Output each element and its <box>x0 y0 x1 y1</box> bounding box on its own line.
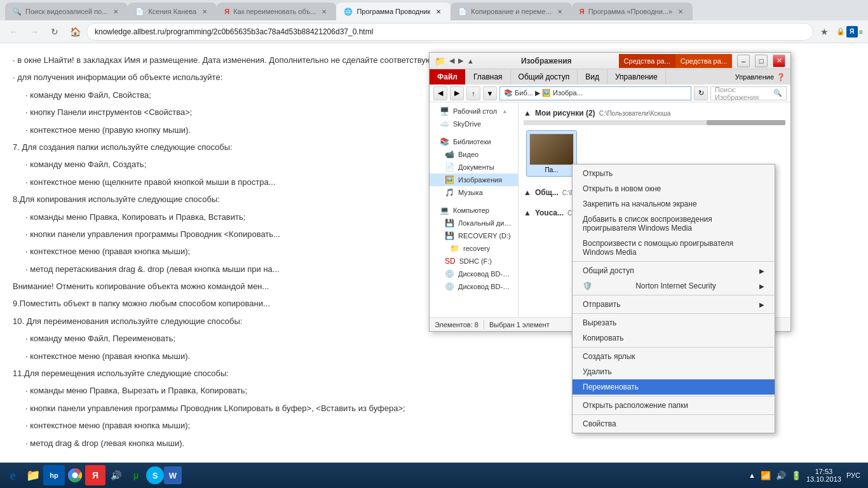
sidebar-item-video[interactable]: 📹 Видео <box>430 148 518 161</box>
ribbon-tab-manage[interactable]: Управление <box>607 69 666 85</box>
addr-up-btn[interactable]: ↑ <box>466 86 480 100</box>
ribbon-tab-home[interactable]: Главная <box>466 69 511 85</box>
browser-tab-4[interactable]: 🌐 Программа Проводник ✕ <box>336 3 451 20</box>
settings-btn[interactable]: ≡ <box>859 28 863 36</box>
bookmark-button[interactable]: ★ <box>816 23 834 41</box>
taskbar-word-icon[interactable]: W <box>164 466 182 484</box>
search-box[interactable]: Поиск: Изображения 🔍 <box>710 86 787 100</box>
search-icon: 🔍 <box>773 89 782 97</box>
ctx-delete[interactable]: Удалить <box>573 364 775 379</box>
forward-button[interactable]: → <box>25 23 43 41</box>
ribbon-tab-tools1[interactable]: Средства ра... <box>619 54 675 68</box>
ctx-open-folder-location[interactable]: Открыть расположение папки <box>573 398 775 413</box>
sidebar-item-computer[interactable]: 💻 Компьютер <box>430 204 518 217</box>
browser-tab-2[interactable]: 📄 Ксения Канева ✕ <box>128 3 217 20</box>
taskbar-explorer-icon[interactable]: 📁 <box>23 465 43 485</box>
ctx-share-arrow: ▶ <box>759 268 764 274</box>
ctx-open[interactable]: Открыть <box>573 166 775 181</box>
extension-btn1[interactable]: 🔒 <box>836 27 845 36</box>
addr-recent-btn[interactable]: ▼ <box>483 86 497 100</box>
ctx-copy[interactable]: Копировать <box>573 330 775 346</box>
sidebar-item-images[interactable]: 🖼️ Изображения <box>430 173 518 186</box>
sidebar-item-docs[interactable]: 📄 Документы <box>430 161 518 173</box>
ctx-open-new-window[interactable]: Открыть в новом окне <box>573 181 775 196</box>
ribbon-tab-share[interactable]: Общий доступ <box>511 69 578 85</box>
addr-path-text: 📚 Биб... ▶ 🖼️ Изобра... <box>504 89 583 97</box>
sidebar-item-local-disk[interactable]: 💾 Локальный дис... <box>430 217 518 229</box>
sidebar-item-recovery[interactable]: 💾 RECOVERY (D:) <box>430 229 518 242</box>
taskbar-hp-icon[interactable]: hp <box>43 465 65 485</box>
ctx-create-shortcut[interactable]: Создать ярлык <box>573 349 775 364</box>
taskbar-skype-icon[interactable]: S <box>146 466 164 484</box>
tab1-close[interactable]: ✕ <box>111 7 120 16</box>
volume-icon[interactable]: 🔊 <box>776 471 786 480</box>
explorer-sidebar: 🖥️ Рабочий стол ▲ ☁️ SkyDrive 📚 Библиоте… <box>430 102 519 317</box>
ctx-properties[interactable]: Свойства <box>573 416 775 431</box>
address-bar[interactable]: knowledge.allbest.ru/programming/2c0b656… <box>86 23 813 41</box>
tab5-close[interactable]: ✕ <box>555 7 564 16</box>
sidebar-item-recovery-folder[interactable]: 📁 recovery <box>430 242 518 255</box>
folder-item-pa[interactable]: Па... <box>526 130 577 177</box>
minimize-button[interactable]: – <box>737 55 750 67</box>
language-indicator[interactable]: РУС <box>846 471 860 479</box>
ctx-send-to[interactable]: Отправить ▶ <box>573 297 775 312</box>
reload-button[interactable]: ↻ <box>46 23 64 41</box>
ribbon-tab-view[interactable]: Вид <box>578 69 607 85</box>
sidebar-item-bdrom2[interactable]: 💿 Дисковод BD-RС <box>430 280 518 293</box>
taskbar-clock[interactable]: 17:53 13.10.2013 <box>806 468 841 483</box>
ctx-norton[interactable]: 🛡️ Norton Internet Security ▶ <box>573 278 775 294</box>
section-youca-expand-icon: ▲ <box>524 208 531 217</box>
refresh-button[interactable]: ↻ <box>694 86 708 100</box>
tab3-close[interactable]: ✕ <box>320 7 329 16</box>
tab6-close[interactable]: ✕ <box>676 7 685 16</box>
section-expand-icon: ▲ <box>524 109 531 118</box>
ribbon-tab-view-label: Вид <box>585 72 599 81</box>
sidebar-item-music[interactable]: 🎵 Музыка <box>430 186 518 199</box>
sidebar-item-bdrom1[interactable]: 💿 Дисковод BD-RC <box>430 268 518 280</box>
sidebar-item-skydrive[interactable]: ☁️ SkyDrive <box>430 118 518 130</box>
address-path[interactable]: 📚 Биб... ▶ 🖼️ Изобра... <box>499 86 691 100</box>
ctx-play-wmp[interactable]: Воспроизвести с помощью проигрывателя Wi… <box>573 236 775 260</box>
sidebar-local-disk-label: Локальный дис... <box>458 219 513 227</box>
ribbon-tab-file[interactable]: Файл <box>430 69 466 85</box>
sidebar-item-desktop[interactable]: 🖥️ Рабочий стол ▲ <box>430 105 518 118</box>
taskbar-yandex-icon[interactable]: Я <box>85 465 105 485</box>
taskbar-ie-icon[interactable]: e <box>3 465 23 485</box>
home-button[interactable]: 🏠 <box>66 23 84 41</box>
tab1-favicon: 🔍 <box>13 8 22 16</box>
ctx-share[interactable]: Общий доступ ▶ <box>573 263 775 278</box>
ribbon-collapse-btn[interactable]: Управление ❓ <box>730 69 790 85</box>
page-line-22: · метод drag & drop (левая кнопка мыши). <box>13 436 855 451</box>
taskbar-speaker-icon[interactable]: 🔊 <box>105 465 126 485</box>
ctx-cut[interactable]: Вырезать <box>573 315 775 330</box>
ctx-add-wmp-playlist[interactable]: Добавить в список воспроизведения проигр… <box>573 212 775 236</box>
ribbon-tab-tools2[interactable]: Средства ра... <box>675 54 732 68</box>
browser-tab-5[interactable]: 📄 Копирование и переме... ✕ <box>451 3 571 20</box>
system-tray-expand[interactable]: ▲ <box>749 471 756 479</box>
ctx-copy-label: Копировать <box>583 334 624 342</box>
back-button[interactable]: ← <box>5 23 23 41</box>
browser-tab-3[interactable]: Я Как переименовать объ... ✕ <box>217 3 336 20</box>
desktop-icon: 🖥️ <box>440 107 449 116</box>
addr-back-btn[interactable]: ◀ <box>433 86 447 100</box>
scrollbar-thumb[interactable] <box>707 120 785 125</box>
sidebar-recovery-label: RECOVERY (D:) <box>458 232 511 240</box>
close-button[interactable]: ✕ <box>773 55 785 67</box>
taskbar-torrent-icon[interactable]: μ <box>126 465 146 485</box>
ctx-rename[interactable]: Переименовать <box>573 379 775 395</box>
tab4-close[interactable]: ✕ <box>434 7 443 16</box>
yandex-ext[interactable]: Я <box>846 26 858 37</box>
maximize-button[interactable]: □ <box>755 55 768 67</box>
browser-tab-1[interactable]: 🔍 Поиск видеозаписей по... ✕ <box>5 3 128 20</box>
addr-forward-btn[interactable]: ▶ <box>450 86 464 100</box>
tab2-close[interactable]: ✕ <box>200 7 209 16</box>
browser-tab-6[interactable]: Я Программа «Проводни...» ✕ <box>572 3 693 20</box>
ribbon-tab-tools1-label: Средства ра... <box>624 57 670 65</box>
taskbar-chrome-icon[interactable] <box>65 465 85 485</box>
url-text: knowledge.allbest.ru/programming/2c0b656… <box>95 27 373 36</box>
ctx-pin-start[interactable]: Закрепить на начальном экране <box>573 196 775 212</box>
tab4-favicon: 🌐 <box>344 8 353 16</box>
scrollbar-track[interactable] <box>524 120 785 125</box>
sidebar-item-sdhc[interactable]: SD SDHC (F:) <box>430 255 518 268</box>
sidebar-item-libraries[interactable]: 📚 Библиотеки <box>430 135 518 148</box>
